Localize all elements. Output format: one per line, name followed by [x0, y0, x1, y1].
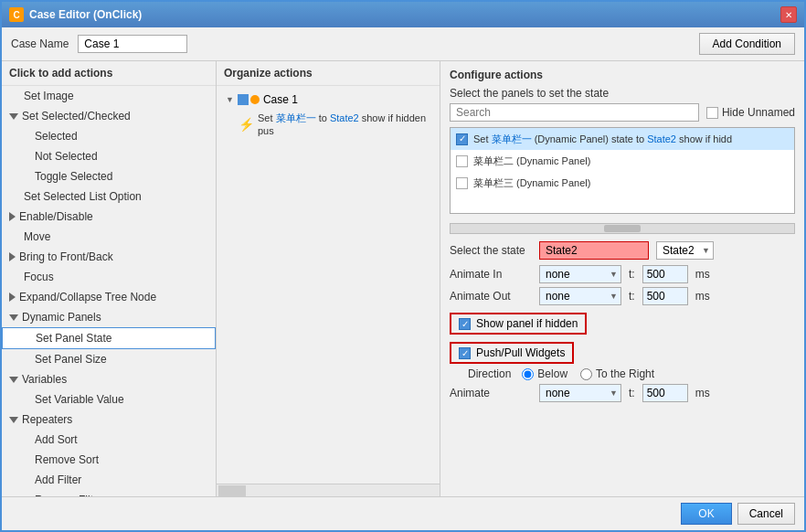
- state-dropdown-wrapper: State2: [656, 241, 714, 260]
- group-label: Set Selected/Checked: [22, 108, 131, 124]
- close-button[interactable]: ✕: [780, 6, 797, 23]
- bottom-bar: OK Cancel: [2, 496, 804, 530]
- group-label-variables: Variables: [22, 371, 67, 388]
- state-input[interactable]: [539, 241, 649, 260]
- list-item-set-variable[interactable]: Set Variable Value: [2, 389, 216, 410]
- case-name-input[interactable]: [78, 35, 187, 53]
- main-window: C Case Editor (OnClick) ✕ Case Name Add …: [0, 0, 806, 532]
- tree-group-bring-front[interactable]: Bring to Front/Back: [2, 247, 216, 267]
- tree-group-enable-disable[interactable]: Enable/Disable: [2, 207, 216, 227]
- panel-checkbox-3[interactable]: [456, 177, 468, 189]
- animate-out-label: Animate Out: [450, 290, 532, 303]
- tree-group-repeaters[interactable]: Repeaters: [2, 410, 216, 430]
- tree-group-expand-collapse[interactable]: Expand/Collapse Tree Node: [2, 287, 216, 307]
- panel-item-text-3: 菜单栏三 (Dynamic Panel): [473, 174, 590, 192]
- radio-right-input[interactable]: [580, 368, 592, 380]
- radio-below[interactable]: Below: [522, 367, 567, 380]
- list-scrollbar-thumb: [604, 225, 641, 232]
- list-item-move[interactable]: Move: [2, 227, 216, 247]
- list-item-not-selected[interactable]: Not Selected: [2, 146, 216, 166]
- list-item-set-panel-state[interactable]: Set Panel State: [2, 327, 216, 349]
- t-final-label: t:: [629, 387, 635, 399]
- title-bar: C Case Editor (OnClick) ✕: [2, 2, 804, 27]
- t-in-label: t:: [629, 268, 635, 281]
- select-state-label: Select the state: [450, 244, 532, 257]
- list-item-set-list-option[interactable]: Set Selected List Option: [2, 186, 216, 207]
- search-input[interactable]: [450, 103, 699, 122]
- group-label-expand: Expand/Collapse Tree Node: [19, 289, 156, 305]
- middle-panel: Organize actions ▼ Case 1 ⚡ Set 菜单栏一 to …: [217, 61, 440, 496]
- list-item-add-sort[interactable]: Add Sort: [2, 430, 216, 450]
- tree-group-set-selected[interactable]: Set Selected/Checked: [2, 106, 216, 126]
- push-pull-container: Push/Pull Widgets: [450, 342, 574, 364]
- show-panel-row: Show panel if hidden: [450, 313, 795, 335]
- animate-out-row: Animate Out none t: ms: [450, 287, 795, 305]
- panel-list-item-2[interactable]: 菜单栏二 (Dynamic Panel): [451, 150, 794, 172]
- hide-unnamed-text: Hide Unnamed: [722, 106, 795, 119]
- animate-out-select[interactable]: none: [539, 287, 621, 305]
- ms-out-label: ms: [695, 290, 710, 303]
- list-item-focus[interactable]: Focus: [2, 267, 216, 287]
- list-item-toggle-selected[interactable]: Toggle Selected: [2, 166, 216, 186]
- radio-group: Below To the Right: [522, 367, 654, 380]
- panel-checkbox-2[interactable]: [456, 155, 468, 167]
- t-out-input[interactable]: [642, 287, 688, 305]
- cancel-button[interactable]: Cancel: [737, 503, 795, 525]
- show-panel-checkbox[interactable]: [459, 318, 471, 330]
- radio-right[interactable]: To the Right: [580, 367, 654, 380]
- organize-action-item[interactable]: ⚡ Set 菜单栏一 to State2 show if hidden pus: [220, 110, 436, 138]
- t-out-label: t:: [629, 290, 635, 303]
- left-panel-scroll[interactable]: Set Image Set Selected/Checked Selected …: [2, 86, 216, 496]
- panel-list-item-3[interactable]: 菜单栏三 (Dynamic Panel): [451, 172, 794, 194]
- panels-list[interactable]: Set 菜单栏一 (Dynamic Panel) state to State2…: [450, 127, 795, 214]
- action-highlight: 菜单栏一: [276, 112, 316, 123]
- collapse-icon: [9, 212, 16, 221]
- configure-actions-title: Configure actions: [450, 69, 795, 81]
- panel-item-text-1: Set 菜单栏一 (Dynamic Panel) state to State2…: [473, 130, 732, 148]
- hide-unnamed-label: Hide Unnamed: [706, 106, 795, 119]
- radio-below-input[interactable]: [522, 368, 534, 380]
- middle-panel-scroll[interactable]: ▼ Case 1 ⚡ Set 菜单栏一 to State2 show if hi…: [217, 86, 440, 484]
- ok-button[interactable]: OK: [681, 503, 731, 525]
- t-final-input[interactable]: [642, 384, 688, 402]
- add-condition-button[interactable]: Add Condition: [699, 33, 795, 55]
- list-item-selected[interactable]: Selected: [2, 126, 216, 146]
- panel-list-item-1[interactable]: Set 菜单栏一 (Dynamic Panel) state to State2…: [451, 128, 794, 150]
- tree-group-dynamic-panels[interactable]: Dynamic Panels: [2, 307, 216, 327]
- search-row: Hide Unnamed: [450, 103, 795, 122]
- list-item-remove-sort[interactable]: Remove Sort: [2, 450, 216, 470]
- push-pull-checkbox[interactable]: [459, 347, 471, 359]
- direction-label: Direction: [468, 367, 511, 380]
- panel-checkbox-1[interactable]: [456, 133, 468, 145]
- ms-final-label: ms: [695, 387, 710, 399]
- list-item-remove-filter[interactable]: Remove Filter: [2, 490, 216, 496]
- left-panel-header: Click to add actions: [2, 61, 216, 86]
- animate-in-select[interactable]: none: [539, 265, 621, 283]
- to-right-label: To the Right: [596, 367, 654, 380]
- animate-in-row: Animate In none t: ms: [450, 265, 795, 283]
- animate-final-select[interactable]: none: [539, 384, 621, 402]
- action-text: Set 菜单栏一 to State2 show if hidden pus: [258, 112, 432, 136]
- tree-group-variables[interactable]: Variables: [2, 369, 216, 389]
- list-item-add-filter[interactable]: Add Filter: [2, 470, 216, 490]
- main-content: Click to add actions Set Image Set Selec…: [2, 61, 804, 496]
- animate-final-row: Animate none t: ms: [450, 384, 795, 402]
- state-dropdown[interactable]: State2: [656, 241, 714, 260]
- group-label-repeaters: Repeaters: [22, 411, 72, 428]
- animate-in-label: Animate In: [450, 268, 532, 281]
- case-icon-circle: [250, 95, 260, 104]
- list-item-set-panel-size[interactable]: Set Panel Size: [2, 349, 216, 369]
- middle-panel-scrollbar[interactable]: [217, 484, 440, 496]
- show-panel-container: Show panel if hidden: [450, 313, 587, 335]
- window-title: Case Editor (OnClick): [29, 8, 142, 21]
- list-item-set-image[interactable]: Set Image: [2, 86, 216, 106]
- panel-item-blue-1: 菜单栏一: [492, 133, 532, 144]
- collapse-icon-3: [9, 293, 16, 302]
- right-panel: Configure actions Select the panels to s…: [440, 61, 804, 496]
- hide-unnamed-checkbox[interactable]: [706, 107, 718, 119]
- scrollbar-thumb: [218, 485, 246, 496]
- list-scrollbar[interactable]: [450, 223, 795, 234]
- case-header-row: ▼ Case 1: [220, 90, 436, 110]
- t-in-input[interactable]: [642, 265, 688, 283]
- left-panel: Click to add actions Set Image Set Selec…: [2, 61, 217, 496]
